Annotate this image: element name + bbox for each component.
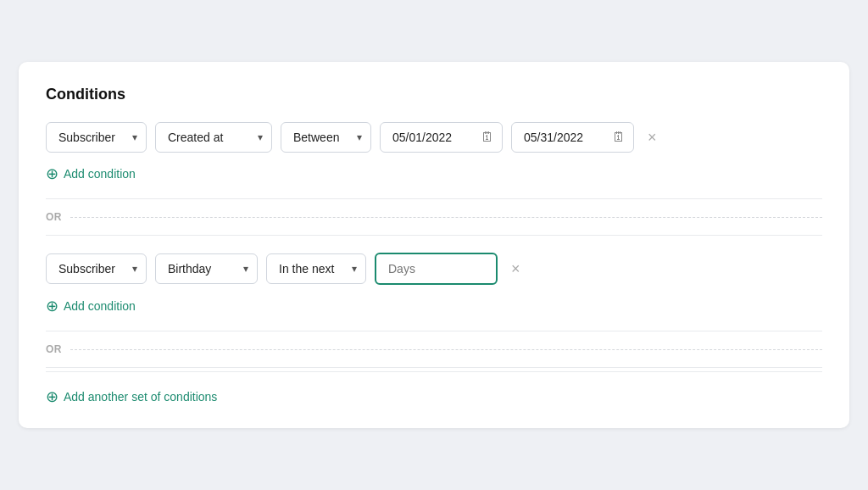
plus-circle-icon-2: ⊕ [46, 298, 58, 314]
date-input-2[interactable] [511, 122, 634, 153]
operator-select-2[interactable]: In the next In the last Before After [266, 253, 366, 284]
conditions-card: Conditions Subscriber Contact Campaign ▾… [19, 62, 849, 428]
condition-group-1: Subscriber Contact Campaign ▾ Created at… [46, 122, 822, 198]
date-input-2-wrap: 🗓 [511, 122, 634, 153]
condition-row-1: Subscriber Contact Campaign ▾ Created at… [46, 122, 822, 153]
operator-select-wrap-1: Between Before After On ▾ [281, 122, 371, 153]
or-line-1 [70, 217, 822, 218]
plus-circle-icon-3: ⊕ [46, 389, 58, 404]
add-condition-2-label: Add condition [64, 299, 136, 313]
condition-select-2[interactable]: Birthday Created at Updated at [155, 253, 258, 284]
add-another-set-button[interactable]: ⊕ Add another set of conditions [46, 389, 217, 404]
date-input-1-wrap: 🗓 [380, 122, 503, 153]
field-select-1[interactable]: Subscriber Contact Campaign [46, 122, 147, 153]
condition-row-2: Subscriber Contact Campaign ▾ Birthday C… [46, 253, 822, 285]
field-select-2[interactable]: Subscriber Contact Campaign [46, 253, 147, 284]
plus-circle-icon-1: ⊕ [46, 166, 58, 181]
add-another-section: ⊕ Add another set of conditions [46, 371, 822, 404]
add-condition-1-label: Add condition [64, 167, 136, 181]
or-label-2: OR [46, 343, 62, 355]
date-input-1[interactable] [380, 122, 503, 153]
days-input[interactable] [375, 253, 498, 285]
field-select-wrap-1: Subscriber Contact Campaign ▾ [46, 122, 147, 153]
field-select-wrap-2: Subscriber Contact Campaign ▾ [46, 253, 147, 284]
operator-select-wrap-2: In the next In the last Before After ▾ [266, 253, 366, 284]
add-condition-1-button[interactable]: ⊕ Add condition [46, 166, 136, 181]
add-another-label: Add another set of conditions [64, 390, 217, 404]
operator-select-1[interactable]: Between Before After On [281, 122, 371, 153]
condition-select-wrap-2: Birthday Created at Updated at ▾ [155, 253, 258, 284]
condition-select-wrap-1: Created at Updated at Subscribed at ▾ [155, 122, 272, 153]
or-divider-1: OR [46, 198, 822, 236]
condition-group-2: Subscriber Contact Campaign ▾ Birthday C… [46, 236, 822, 331]
or-line-2 [70, 349, 822, 350]
condition-select-1[interactable]: Created at Updated at Subscribed at [155, 122, 272, 153]
remove-condition-2-button[interactable]: × [506, 258, 526, 280]
card-title: Conditions [46, 86, 822, 103]
add-condition-2-button[interactable]: ⊕ Add condition [46, 298, 136, 314]
remove-condition-1-button[interactable]: × [643, 126, 662, 148]
days-input-wrap [375, 253, 498, 285]
or-divider-2: OR [46, 331, 822, 368]
or-label-1: OR [46, 211, 62, 223]
